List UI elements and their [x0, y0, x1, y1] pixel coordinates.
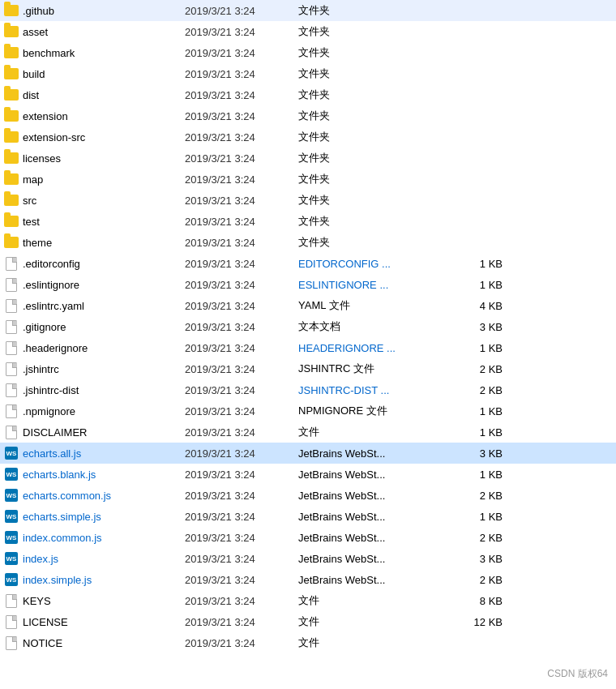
file-name[interactable]: DISCLAIMER — [23, 426, 185, 439]
file-name[interactable]: map — [23, 173, 185, 186]
file-type: 文件夹 — [298, 214, 460, 229]
table-row[interactable]: .gitignore2019/3/21 3:24文本文档3 KB — [0, 316, 616, 337]
file-date: 2019/3/21 3:24 — [185, 511, 298, 523]
file-date: 2019/3/21 3:24 — [185, 152, 298, 165]
table-row[interactable]: build2019/3/21 3:24文件夹 — [0, 63, 616, 84]
table-row[interactable]: src2019/3/21 3:24文件夹 — [0, 190, 616, 211]
file-date: 2019/3/21 3:24 — [185, 469, 298, 481]
file-name[interactable]: benchmark — [23, 47, 185, 59]
file-name[interactable]: NOTICE — [23, 637, 185, 649]
table-row[interactable]: licenses2019/3/21 3:24文件夹 — [0, 148, 616, 169]
folder-icon — [3, 192, 19, 208]
file-name[interactable]: index.simple.js — [23, 574, 185, 586]
file-name[interactable]: .npmignore — [23, 405, 185, 417]
table-row[interactable]: WSecharts.blank.js2019/3/21 3:24JetBrain… — [0, 464, 616, 485]
file-type: 文件夹 — [298, 193, 460, 208]
file-name[interactable]: theme — [23, 237, 185, 249]
file-date: 2019/3/21 3:24 — [185, 300, 298, 312]
file-date: 2019/3/21 3:24 — [185, 595, 298, 607]
file-type: YAML 文件 — [298, 298, 460, 313]
file-type: ESLINTIGNORE ... — [298, 279, 460, 291]
file-name[interactable]: .eslintrc.yaml — [23, 300, 185, 312]
file-name[interactable]: echarts.blank.js — [23, 469, 185, 481]
file-type: 文本文档 — [298, 319, 460, 334]
table-row[interactable]: WSecharts.all.js2019/3/21 3:24JetBrains … — [0, 443, 616, 464]
table-row[interactable]: asset2019/3/21 3:24文件夹 — [0, 21, 616, 42]
folder-icon — [3, 87, 19, 103]
file-name[interactable]: .gitignore — [23, 321, 185, 333]
file-name[interactable]: index.js — [23, 553, 185, 565]
file-name[interactable]: .eslintignore — [23, 279, 185, 291]
ws-icon: WS — [3, 508, 19, 524]
table-row[interactable]: .jshintrc2019/3/21 3:24JSHINTRC 文件2 KB — [0, 358, 616, 379]
file-name[interactable]: .jshintrc — [23, 363, 185, 375]
table-row[interactable]: .editorconfig2019/3/21 3:24EDITORCONFIG … — [0, 253, 616, 274]
table-row[interactable]: .eslintignore2019/3/21 3:24ESLINTIGNORE … — [0, 274, 616, 295]
file-name[interactable]: .github — [23, 5, 185, 17]
file-size: 1 KB — [460, 279, 509, 291]
file-date: 2019/3/21 3:24 — [185, 173, 298, 186]
table-row[interactable]: DISCLAIMER2019/3/21 3:24文件1 KB — [0, 422, 616, 443]
table-row[interactable]: .jshintrc-dist2019/3/21 3:24JSHINTRC-DIS… — [0, 379, 616, 400]
table-row[interactable]: extension-src2019/3/21 3:24文件夹 — [0, 126, 616, 148]
file-name[interactable]: test — [23, 216, 185, 228]
file-name[interactable]: licenses — [23, 152, 185, 165]
file-name[interactable]: extension-src — [23, 131, 185, 143]
table-row[interactable]: WSindex.js2019/3/21 3:24JetBrains WebSt.… — [0, 548, 616, 569]
table-row[interactable]: dist2019/3/21 3:24文件夹 — [0, 84, 616, 105]
file-date: 2019/3/21 3:24 — [185, 321, 298, 333]
table-row[interactable]: NOTICE2019/3/21 3:24文件 — [0, 632, 616, 653]
table-row[interactable]: extension2019/3/21 3:24文件夹 — [0, 105, 616, 126]
file-date: 2019/3/21 3:24 — [185, 68, 298, 80]
table-row[interactable]: WSecharts.simple.js2019/3/21 3:24JetBrai… — [0, 506, 616, 527]
file-date: 2019/3/21 3:24 — [185, 47, 298, 59]
file-name[interactable]: LICENSE — [23, 616, 185, 628]
file-name[interactable]: echarts.all.js — [23, 447, 185, 460]
file-type: 文件 — [298, 614, 460, 629]
file-size: 1 KB — [460, 469, 509, 481]
file-size: 3 KB — [460, 553, 509, 565]
file-type: HEADERIGNORE ... — [298, 342, 460, 354]
table-row[interactable]: theme2019/3/21 3:24文件夹 — [0, 232, 616, 253]
table-row[interactable]: LICENSE2019/3/21 3:24文件12 KB — [0, 611, 616, 632]
table-row[interactable]: WSecharts.common.js2019/3/21 3:24JetBrai… — [0, 485, 616, 506]
file-size: 1 KB — [460, 342, 509, 354]
file-size: 2 KB — [460, 574, 509, 586]
file-type: 文件 — [298, 636, 460, 650]
file-name[interactable]: echarts.simple.js — [23, 511, 185, 523]
file-type: 文件 — [298, 593, 460, 608]
file-date: 2019/3/21 3:24 — [185, 553, 298, 565]
table-row[interactable]: .npmignore2019/3/21 3:24NPMIGNORE 文件1 KB — [0, 400, 616, 422]
folder-icon — [3, 2, 19, 19]
table-row[interactable]: .headerignore2019/3/21 3:24HEADERIGNORE … — [0, 337, 616, 358]
table-row[interactable]: KEYS2019/3/21 3:24文件8 KB — [0, 590, 616, 611]
file-name[interactable]: src — [23, 195, 185, 207]
ws-icon: WS — [3, 487, 19, 503]
table-row[interactable]: map2019/3/21 3:24文件夹 — [0, 169, 616, 190]
file-name[interactable]: build — [23, 68, 185, 80]
file-name[interactable]: .editorconfig — [23, 258, 185, 270]
file-name[interactable]: index.common.js — [23, 532, 185, 544]
file-doc-icon — [3, 255, 19, 272]
folder-icon — [3, 213, 19, 229]
table-row[interactable]: .eslintrc.yaml2019/3/21 3:24YAML 文件4 KB — [0, 295, 616, 316]
table-row[interactable]: .github2019/3/21 3:24文件夹 — [0, 0, 616, 21]
file-name[interactable]: echarts.common.js — [23, 490, 185, 502]
file-name[interactable]: extension — [23, 110, 185, 122]
file-type: JetBrains WebSt... — [298, 532, 460, 544]
file-name[interactable]: .jshintrc-dist — [23, 384, 185, 396]
table-row[interactable]: benchmark2019/3/21 3:24文件夹 — [0, 42, 616, 63]
file-name[interactable]: .headerignore — [23, 342, 185, 354]
file-name[interactable]: asset — [23, 26, 185, 38]
file-name[interactable]: KEYS — [23, 595, 185, 607]
file-date: 2019/3/21 3:24 — [185, 131, 298, 143]
file-doc-icon — [3, 614, 19, 630]
watermark: CSDN 版权64 — [547, 667, 608, 681]
table-row[interactable]: WSindex.common.js2019/3/21 3:24JetBrains… — [0, 527, 616, 548]
file-size: 1 KB — [460, 258, 509, 270]
table-row[interactable]: WSindex.simple.js2019/3/21 3:24JetBrains… — [0, 569, 616, 590]
file-size: 8 KB — [460, 595, 509, 607]
table-row[interactable]: test2019/3/21 3:24文件夹 — [0, 211, 616, 232]
ws-icon: WS — [3, 445, 19, 461]
file-name[interactable]: dist — [23, 89, 185, 101]
